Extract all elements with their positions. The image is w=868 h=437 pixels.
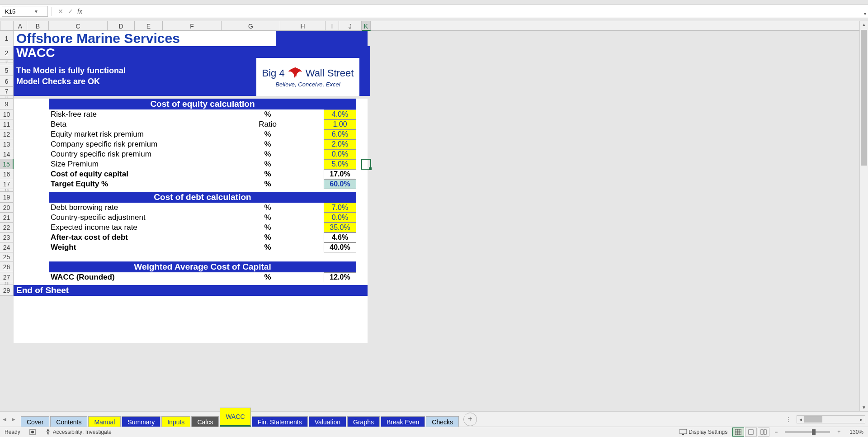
column-header-B[interactable]: B bbox=[27, 21, 49, 31]
data-row: BetaRatio1.00 bbox=[49, 119, 356, 129]
sheet-tab-wacc[interactable]: WACC bbox=[220, 408, 250, 427]
row-header-12[interactable]: 12 bbox=[0, 129, 14, 139]
row-header-23[interactable]: 23 bbox=[0, 233, 14, 242]
sheet-tab-valuation[interactable]: Valuation bbox=[309, 416, 346, 428]
scroll-up-icon[interactable]: ▲ bbox=[860, 21, 868, 29]
row-value[interactable]: 5.0% bbox=[324, 159, 356, 169]
row-header-13[interactable]: 13 bbox=[0, 139, 14, 149]
fx-icon[interactable]: fx bbox=[75, 8, 84, 15]
row-value[interactable]: 0.0% bbox=[324, 213, 356, 223]
scroll-thumb[interactable] bbox=[861, 30, 867, 166]
row-header-2[interactable]: 2 bbox=[0, 46, 14, 60]
sheet-tab-inputs[interactable]: Inputs bbox=[161, 416, 190, 428]
row-header-11[interactable]: 11 bbox=[0, 119, 14, 129]
view-normal-button[interactable] bbox=[732, 428, 744, 437]
column-header-J[interactable]: J bbox=[339, 21, 362, 31]
row-value[interactable]: 60.0% bbox=[324, 179, 356, 189]
row-value[interactable]: 12.0% bbox=[324, 272, 356, 282]
row-value[interactable]: 35.0% bbox=[324, 223, 356, 233]
row-value[interactable]: 1.00 bbox=[324, 119, 356, 129]
tab-nav-prev-icon[interactable]: ◄ bbox=[0, 416, 9, 423]
sheet-tab-fin-statements[interactable]: Fin. Statements bbox=[252, 416, 308, 428]
display-settings-button[interactable]: Display Settings bbox=[675, 429, 732, 435]
tab-options-icon[interactable]: ⋮ bbox=[786, 416, 792, 423]
row-header-10[interactable]: 10 bbox=[0, 109, 14, 119]
new-sheet-button[interactable]: + bbox=[463, 413, 477, 426]
column-header-C[interactable]: C bbox=[49, 21, 108, 31]
view-page-break-button[interactable] bbox=[758, 428, 769, 437]
hscroll-thumb[interactable] bbox=[804, 416, 822, 423]
macro-record-icon[interactable] bbox=[25, 429, 40, 435]
zoom-out-button[interactable]: − bbox=[770, 429, 782, 435]
row-value[interactable]: 17.0% bbox=[324, 169, 356, 179]
formula-bar-expand-icon[interactable]: ▾ bbox=[864, 11, 866, 16]
zoom-slider[interactable] bbox=[785, 431, 830, 433]
row-header-15[interactable]: 15 bbox=[0, 159, 14, 169]
row-value[interactable]: 40.0% bbox=[324, 242, 356, 252]
sheet-tab-calcs[interactable]: Calcs bbox=[191, 416, 219, 428]
row-header-19[interactable]: 19 bbox=[0, 192, 14, 203]
column-header-F[interactable]: F bbox=[163, 21, 222, 31]
sheet-tab-checks[interactable]: Checks bbox=[426, 416, 459, 428]
row-header-24[interactable]: 24 bbox=[0, 242, 14, 252]
row-header-21[interactable]: 21 bbox=[0, 213, 14, 223]
row-value[interactable]: 4.0% bbox=[324, 109, 356, 119]
sheet-tab-cover[interactable]: Cover bbox=[21, 416, 49, 428]
row-header-6[interactable]: 6 bbox=[0, 76, 14, 87]
row-header-14[interactable]: 14 bbox=[0, 149, 14, 159]
row-header-20[interactable]: 20 bbox=[0, 203, 14, 213]
row-header-9[interactable]: 9 bbox=[0, 99, 14, 109]
vertical-scrollbar[interactable]: ▲ ▼ bbox=[859, 21, 868, 412]
accessibility-status[interactable]: Accessibility: Investigate bbox=[40, 429, 116, 435]
row-header-17[interactable]: 17 bbox=[0, 179, 14, 189]
view-page-layout-button[interactable] bbox=[745, 428, 757, 437]
row-value[interactable]: 7.0% bbox=[324, 203, 356, 213]
row-header-26[interactable]: 26 bbox=[0, 261, 14, 272]
name-box-dropdown-icon[interactable]: ▼ bbox=[25, 9, 47, 14]
zoom-slider-thumb[interactable] bbox=[812, 429, 816, 435]
column-header-I[interactable]: I bbox=[326, 21, 339, 31]
row-header-7[interactable]: 7 bbox=[0, 87, 14, 96]
row-header-1[interactable]: 1 bbox=[0, 31, 14, 46]
tab-nav-next-icon[interactable]: ► bbox=[9, 416, 18, 423]
row-label: Cost of equity capital bbox=[49, 170, 245, 179]
select-all-corner[interactable] bbox=[0, 21, 14, 31]
column-header-E[interactable]: E bbox=[135, 21, 163, 31]
row-value[interactable]: 4.6% bbox=[324, 233, 356, 242]
debt-section-header: Cost of debt calculation bbox=[49, 192, 356, 203]
row-value[interactable]: 2.0% bbox=[324, 139, 356, 149]
sheet-tab-manual[interactable]: Manual bbox=[88, 416, 121, 428]
row-header-16[interactable]: 16 bbox=[0, 169, 14, 179]
cancel-formula-icon[interactable]: ✕ bbox=[56, 8, 66, 15]
column-header-D[interactable]: D bbox=[108, 21, 135, 31]
hscroll-right-icon[interactable]: ► bbox=[858, 417, 865, 422]
company-logo: Big 4 Wall Street Believe, Conceive, Exc… bbox=[256, 58, 359, 96]
column-header-H[interactable]: H bbox=[280, 21, 326, 31]
hscroll-track[interactable] bbox=[804, 416, 858, 423]
formula-input[interactable] bbox=[84, 6, 859, 16]
horizontal-scrollbar[interactable]: ◄ ► bbox=[797, 415, 865, 423]
zoom-in-button[interactable]: + bbox=[833, 429, 845, 435]
column-header-K[interactable]: K bbox=[362, 21, 371, 31]
row-header-25[interactable]: 25 bbox=[0, 252, 14, 261]
row-header-5[interactable]: 5 bbox=[0, 65, 14, 76]
data-row: Cost of equity capital%17.0% bbox=[49, 169, 356, 179]
cells-area[interactable]: Offshore Marine Services WACC The Model … bbox=[14, 31, 860, 412]
hscroll-left-icon[interactable]: ◄ bbox=[797, 417, 804, 422]
sheet-tab-summary[interactable]: Summary bbox=[122, 416, 160, 428]
name-box[interactable]: K15 ▼ bbox=[2, 6, 48, 17]
row-header-29[interactable]: 29 bbox=[0, 285, 14, 296]
sheet-tab-break-even[interactable]: Break Even bbox=[381, 416, 425, 428]
row-header-22[interactable]: 22 bbox=[0, 223, 14, 233]
column-header-A[interactable]: A bbox=[14, 21, 27, 31]
row-value[interactable]: 6.0% bbox=[324, 129, 356, 139]
row-header-27[interactable]: 27 bbox=[0, 272, 14, 282]
enter-formula-icon[interactable]: ✓ bbox=[66, 8, 75, 15]
sheet-tab-graphs[interactable]: Graphs bbox=[347, 416, 380, 428]
column-header-G[interactable]: G bbox=[222, 21, 280, 31]
sheet-tab-contents[interactable]: Contents bbox=[50, 416, 87, 428]
zoom-level[interactable]: 130% bbox=[845, 429, 868, 435]
scroll-down-icon[interactable]: ▼ bbox=[860, 404, 868, 412]
row-value[interactable]: 0.0% bbox=[324, 149, 356, 159]
column-headers: ABCDEFGHIJK bbox=[14, 21, 860, 31]
